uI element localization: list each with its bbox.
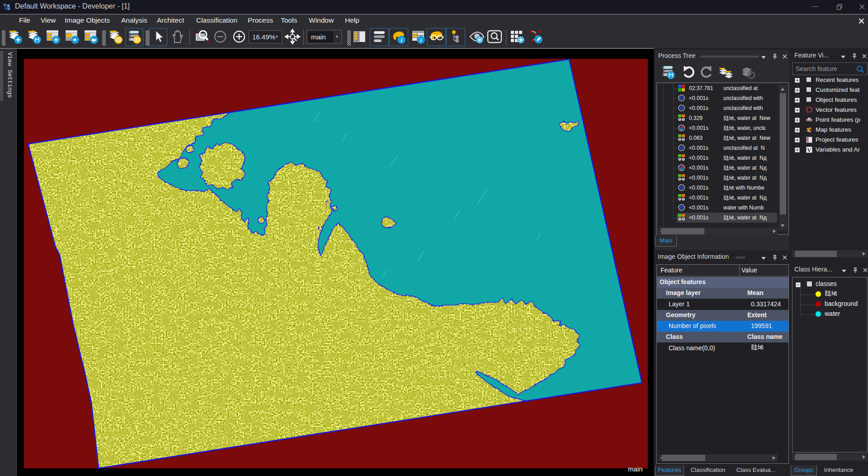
svg-text:i: i xyxy=(401,37,402,43)
svg-text:V: V xyxy=(807,147,811,153)
svg-text:i: i xyxy=(420,37,422,43)
